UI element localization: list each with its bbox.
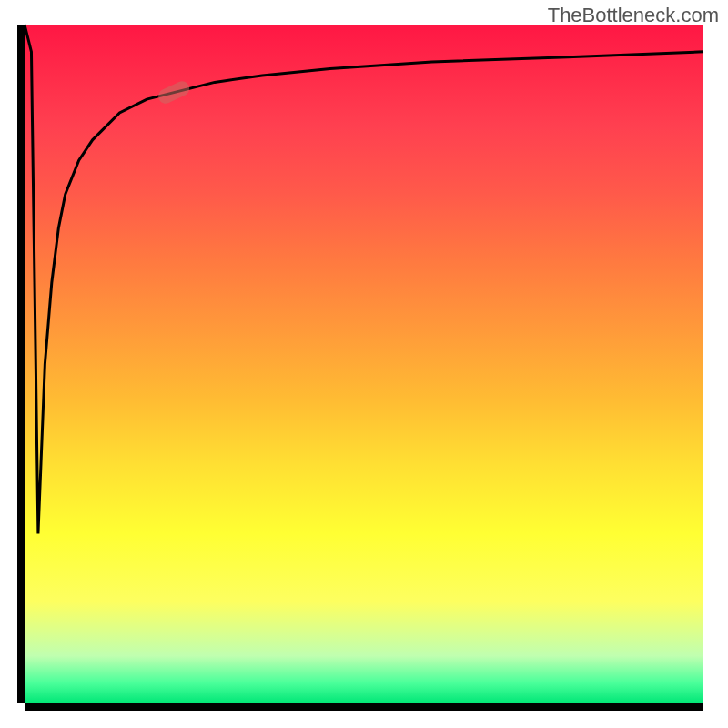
y-axis <box>17 25 25 703</box>
attribution-text: TheBottleneck.com <box>548 4 719 27</box>
svg-rect-0 <box>156 79 191 106</box>
curve-marker <box>156 79 191 106</box>
curve-layer <box>25 25 703 703</box>
chart-container: TheBottleneck.com <box>0 0 728 728</box>
x-axis <box>25 703 703 711</box>
bottleneck-curve <box>25 25 703 534</box>
